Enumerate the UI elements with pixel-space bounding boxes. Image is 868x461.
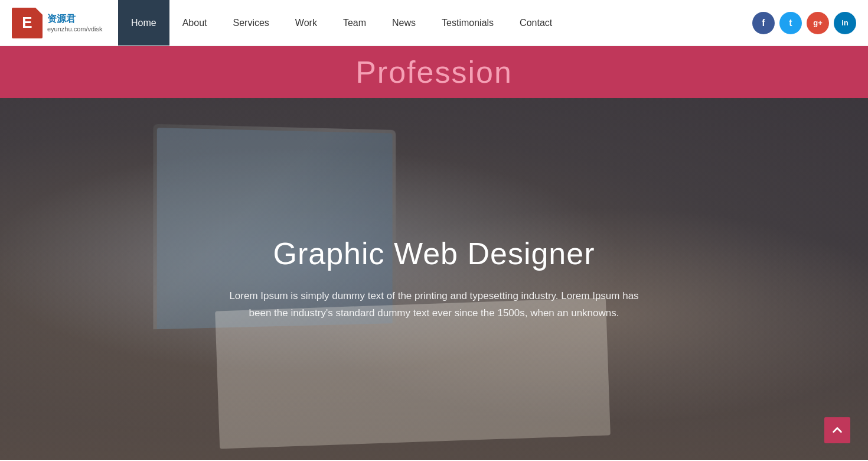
logo-letter: E (22, 14, 32, 32)
nav-link-work[interactable]: Work (282, 0, 330, 46)
nav-item-team[interactable]: Team (330, 0, 379, 46)
nav-links: Home About Services Work Team News Testi… (118, 0, 740, 46)
social-icons: f t g+ in (740, 0, 868, 46)
nav-link-testimonials[interactable]: Testimonials (429, 0, 507, 46)
hero-section: Graphic Web Designer Lorem Ipsum is simp… (0, 98, 868, 460)
nav-item-news[interactable]: News (379, 0, 429, 46)
nav-item-home[interactable]: Home (118, 0, 169, 46)
logo-box: E 资源君 eyunzhu.com/vdisk (12, 8, 103, 38)
logo-area: E 资源君 eyunzhu.com/vdisk (0, 0, 118, 46)
nav-link-contact[interactable]: Contact (507, 0, 565, 46)
facebook-button[interactable]: f (752, 12, 775, 34)
profession-title: Profession (355, 54, 513, 90)
nav-link-about[interactable]: About (169, 0, 220, 46)
back-to-top-button[interactable] (824, 417, 850, 443)
nav-item-work[interactable]: Work (282, 0, 330, 46)
linkedin-button[interactable]: in (834, 12, 856, 34)
logo-icon: E (12, 8, 43, 38)
navbar: E 资源君 eyunzhu.com/vdisk Home About Servi… (0, 0, 868, 46)
nav-item-testimonials[interactable]: Testimonials (429, 0, 507, 46)
hero-description: Lorem Ipsum is simply dummy text of the … (227, 288, 641, 322)
profession-banner: Profession (0, 46, 868, 98)
google-button[interactable]: g+ (807, 12, 829, 34)
logo-text-cn: 资源君 (47, 13, 103, 25)
logo-text: 资源君 eyunzhu.com/vdisk (47, 13, 103, 33)
nav-link-team[interactable]: Team (330, 0, 379, 46)
logo-text-en: eyunzhu.com/vdisk (47, 25, 103, 33)
nav-item-services[interactable]: Services (220, 0, 282, 46)
nav-link-services[interactable]: Services (220, 0, 282, 46)
chevron-up-icon (831, 424, 844, 437)
nav-link-news[interactable]: News (379, 0, 429, 46)
hero-content: Graphic Web Designer Lorem Ipsum is simp… (204, 236, 664, 322)
nav-link-home[interactable]: Home (118, 0, 169, 46)
twitter-icon: t (789, 18, 792, 28)
nav-item-about[interactable]: About (169, 0, 220, 46)
hero-title: Graphic Web Designer (227, 236, 641, 271)
twitter-button[interactable]: t (779, 12, 802, 34)
linkedin-icon: in (841, 18, 849, 27)
google-icon: g+ (813, 18, 823, 27)
nav-item-contact[interactable]: Contact (507, 0, 565, 46)
facebook-icon: f (762, 18, 765, 28)
